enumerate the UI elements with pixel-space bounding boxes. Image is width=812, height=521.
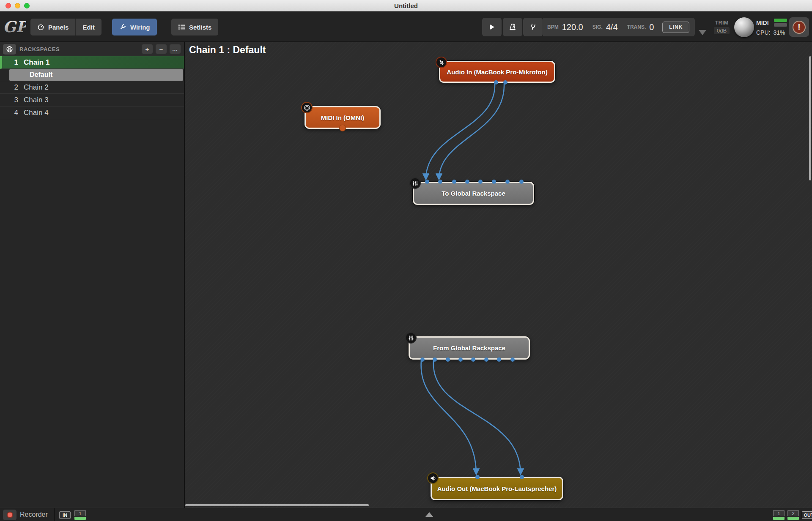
cable-fromglobal-audioout-1 (421, 361, 476, 474)
audio-out-port[interactable] (446, 357, 450, 362)
link-button[interactable]: LINK (662, 22, 689, 33)
audio-out-port[interactable] (458, 357, 463, 362)
gig-performer-logo-icon: GP (3, 16, 26, 37)
rackspaces-title: RACKSPACES (19, 46, 60, 52)
midi-activity-meter (774, 19, 787, 27)
tab-wiring[interactable]: Wiring (112, 19, 157, 35)
tuning-fork-icon (529, 23, 537, 31)
cpu-label: CPU: (756, 29, 770, 36)
sig-value[interactable]: 4/4 (606, 22, 618, 32)
midi-in-indicator (774, 19, 787, 22)
rackspaces-header: RACKSPACES + – ... (0, 42, 184, 56)
channel-number: 2 (787, 510, 799, 516)
audio-in-port[interactable] (425, 180, 429, 184)
knob-icon (37, 24, 44, 31)
variation-item-default[interactable]: Default (9, 69, 183, 81)
trim-label: TRIM (715, 19, 729, 26)
audio-in-port[interactable] (492, 180, 496, 184)
mixer-sliders-icon (405, 332, 417, 344)
rackspace-item-chain-4[interactable]: 4 Chain 4 (0, 106, 184, 119)
output-meter-label: OUT (802, 511, 812, 519)
channel-number: 1 (773, 510, 785, 516)
global-rackspace-button[interactable] (3, 44, 16, 55)
audio-in-port[interactable] (478, 180, 483, 184)
play-icon (488, 23, 496, 31)
midi-out-indicator (774, 23, 787, 27)
audio-out-port[interactable] (497, 357, 501, 362)
sig-label: SIG. (593, 24, 603, 30)
audio-out-port[interactable] (494, 80, 498, 85)
level-meter (74, 517, 86, 520)
rackspace-menu-button[interactable]: ... (170, 44, 181, 54)
trim-value[interactable]: 0dB (714, 27, 730, 34)
cable-audioin-toglobal-1 (426, 84, 495, 179)
rackspace-number: 4 (8, 109, 18, 117)
audio-in-port[interactable] (452, 180, 456, 184)
midi-cpu-panel: MIDI CPU: 31% (756, 19, 787, 36)
gain-knob[interactable] (734, 17, 754, 37)
speaker-icon (427, 472, 439, 484)
audio-in-port[interactable] (438, 180, 442, 184)
play-button[interactable] (482, 18, 502, 36)
rackspace-item-chain-1[interactable]: 1 Chain 1 (0, 56, 184, 69)
rackspaces-sidebar: RACKSPACES + – ... 1 Chain 1 Default 2 C… (0, 42, 185, 508)
audio-in-port[interactable] (475, 475, 480, 479)
block-audio-in[interactable]: Audio In (MacBook Pro-Mikrofon) (439, 61, 555, 83)
rackspace-item-chain-2[interactable]: 2 Chain 2 (0, 81, 184, 94)
audio-out-port[interactable] (471, 357, 475, 362)
add-rackspace-button[interactable]: + (142, 44, 153, 54)
audio-out-port[interactable] (510, 357, 515, 362)
svg-text:GP: GP (3, 18, 26, 35)
block-midi-in[interactable]: MIDI In (OMNI) (304, 106, 381, 129)
audio-in-port[interactable] (520, 475, 524, 479)
tab-setlists[interactable]: Setlists (171, 19, 218, 35)
tab-panels[interactable]: Panels (30, 19, 75, 35)
statusbar-divider (54, 508, 55, 521)
tempo-panel: BPM 120.0 SIG. 4/4 TRANS. 0 LINK (542, 18, 695, 36)
block-label: To Global Rackspace (442, 190, 505, 197)
audio-in-port[interactable] (505, 180, 510, 184)
wiring-canvas[interactable]: Chain 1 : Default Audio In (MacBook Pro-… (185, 42, 812, 508)
show-panel-arrow[interactable] (425, 512, 433, 517)
audio-out-port[interactable] (433, 357, 437, 362)
toolbar: GP Panels Edit Wiring (0, 11, 812, 42)
setlist-icon (178, 24, 185, 30)
block-to-global-rackspace[interactable]: To Global Rackspace (413, 182, 534, 205)
record-icon (7, 512, 13, 518)
block-label: Audio In (MacBook Pro-Mikrofon) (447, 68, 547, 76)
audio-in-port[interactable] (519, 180, 524, 184)
wiring-cables[interactable] (185, 42, 812, 508)
level-meter (773, 517, 785, 520)
input-meter-label: IN (59, 511, 71, 519)
midi-out-port[interactable] (339, 125, 346, 131)
midi-din-icon (301, 102, 313, 113)
statusbar: Recorder IN 1 1 2 OUT (0, 508, 812, 521)
rackspace-label: Chain 4 (24, 109, 49, 117)
tempo-dropdown-caret[interactable] (699, 30, 706, 35)
block-from-global-rackspace[interactable]: From Global Rackspace (409, 336, 530, 360)
gig-performer-window: Untitled GP Panels (0, 0, 812, 521)
remove-rackspace-button[interactable]: – (156, 44, 167, 54)
horizontal-scrollbar[interactable] (185, 504, 369, 506)
audio-out-port[interactable] (484, 357, 488, 362)
tuner-button[interactable] (523, 18, 543, 36)
audio-out-port[interactable] (420, 357, 425, 362)
block-audio-out[interactable]: Audio Out (MacBook Pro-Lautsprecher) (431, 477, 563, 500)
cable-fromglobal-audioout-2 (433, 361, 521, 474)
warning-icon: ! (793, 21, 806, 34)
metronome-button[interactable] (503, 18, 522, 36)
rackspace-number: 2 (8, 83, 18, 92)
level-meter (787, 517, 799, 520)
trim-control: TRIM 0dB (714, 19, 730, 34)
panic-button[interactable]: ! (789, 17, 809, 37)
recorder-button[interactable] (3, 510, 16, 520)
audio-out-port[interactable] (503, 80, 508, 85)
trans-value[interactable]: 0 (649, 22, 654, 32)
tab-edit[interactable]: Edit (75, 19, 101, 35)
view-tab-group: Panels Edit (30, 19, 102, 35)
bpm-value[interactable]: 120.0 (562, 22, 583, 32)
audio-in-port[interactable] (465, 180, 469, 184)
vertical-scrollbar[interactable] (809, 56, 811, 180)
tab-edit-label: Edit (82, 24, 94, 31)
rackspace-item-chain-3[interactable]: 3 Chain 3 (0, 94, 184, 106)
